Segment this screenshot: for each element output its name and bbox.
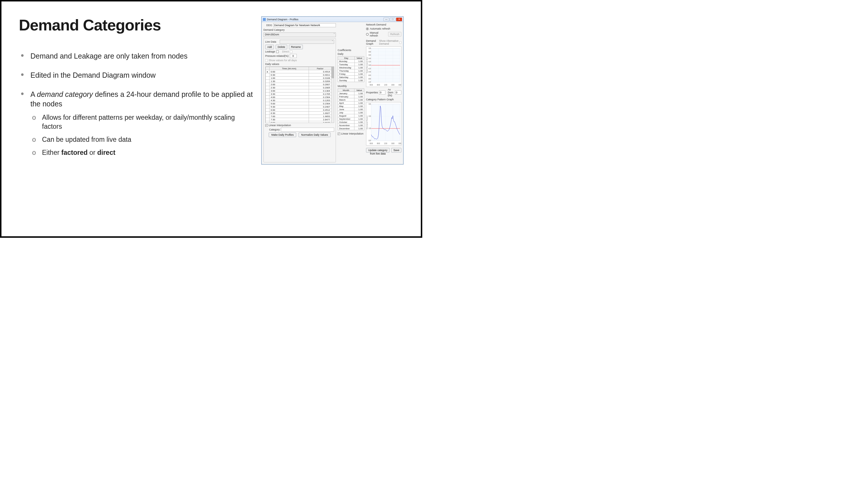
table-row[interactable]: 5:000.1504 (266, 102, 332, 105)
daily-values-thead: Time (hh:mm) Factor (266, 67, 332, 70)
demand-category-combo[interactable]: DMA35Dom (264, 32, 336, 37)
table-row[interactable]: Thursday1.00 (338, 69, 364, 72)
bullet-1-text: Demand and Leakage are only taken from n… (30, 52, 187, 60)
linear-interpolation-right-checkbox[interactable]: ✓Linear Interpolation (338, 132, 364, 135)
properties-input[interactable] (379, 90, 385, 94)
button-row: Add Delete Rename (265, 44, 334, 49)
titlebar[interactable]: Demand Diagram - Profiles — □ ✕ (262, 17, 403, 22)
mc-head-month: Month (338, 89, 354, 92)
dc-head-value: Value (355, 57, 364, 60)
table-row[interactable]: 6:301.0027 (266, 112, 332, 115)
bullet-3-pre: A (30, 90, 37, 98)
svg-text:0.20: 0.20 (368, 61, 371, 63)
properties-label: Properties (366, 91, 378, 94)
sub-bullet-2-text: Can be updated from live data (42, 136, 131, 143)
slide-text-column: Demand Categories Demand and Leakage are… (19, 16, 261, 225)
table-row[interactable]: 8:002.6672 (266, 121, 332, 123)
table-row[interactable]: 7:001.9653 (266, 115, 332, 118)
sub-bullet-3-mid: or (88, 149, 97, 156)
scrollbar-thumb[interactable] (332, 67, 334, 78)
category-input[interactable] (281, 128, 334, 132)
table-row[interactable]: Friday1.00 (338, 72, 364, 76)
add-button[interactable]: Add (265, 44, 274, 49)
pressure-related-input[interactable] (290, 54, 297, 58)
table-row[interactable]: 0:300.4011 (266, 73, 332, 76)
make-daily-profiles-button[interactable]: Make Daily Profiles (269, 132, 296, 137)
table-row[interactable]: 5:300.2407 (266, 105, 332, 109)
table-row[interactable]: 6:000.4512 (266, 109, 332, 112)
show-alternative-demand-checkbox[interactable]: Show Alternative Demand (379, 39, 401, 45)
table-row[interactable]: Wednesday1.00 (338, 66, 364, 69)
show-values-all-days-checkbox[interactable]: Show values for all days (265, 59, 334, 62)
table-row[interactable]: July1.00 (338, 111, 364, 114)
table-row[interactable]: 2:000.2607 (266, 83, 332, 86)
table-row[interactable]: 2:300.2005 (266, 86, 332, 89)
table-row[interactable]: December1.00 (338, 127, 364, 130)
sub-bullet-3-bold-1: factored (61, 149, 88, 156)
ddg-input[interactable] (273, 23, 336, 27)
manual-refresh-radio[interactable]: Manual refresh (366, 31, 387, 37)
linear-interpolation-left-checkbox[interactable]: ✓Linear Interpolation (265, 124, 334, 127)
bullet-3: A demand category defines a 24-hour dema… (19, 90, 256, 157)
table-row[interactable]: February1.00 (338, 95, 364, 98)
table-row[interactable]: 1:300.3209 (266, 80, 332, 83)
table-row[interactable]: January1.00 (338, 92, 364, 95)
automatic-refresh-radio[interactable]: Automatic refresh (366, 27, 401, 30)
monthly-coeff-table[interactable]: Month Value January1.00February1.00March… (338, 88, 364, 130)
daily-coeff-table[interactable]: Day Value Monday1.00Tuesday1.00Wednesday… (338, 56, 364, 82)
leakage-checkbox[interactable]: Leakage (265, 50, 279, 53)
network-demand-label: Network Demand (366, 23, 401, 26)
live-data-combo[interactable] (280, 40, 334, 44)
minimize-button[interactable]: — (383, 18, 389, 21)
table-row[interactable]: April1.00 (338, 101, 364, 105)
table-row[interactable]: June1.00 (338, 108, 364, 111)
refresh-button[interactable]: Refresh (388, 32, 401, 36)
bullet-2-text: Edited in the Demand Diagram window (30, 71, 156, 79)
svg-text:-0.40: -0.40 (368, 71, 371, 73)
sub-bullet-3: Either factored or direct (30, 148, 256, 157)
demand-category-value: DMA35Dom (265, 33, 279, 36)
table-row[interactable]: 1:000.3108 (266, 76, 332, 80)
svg-text:3.00: 3.00 (368, 103, 371, 105)
table-row[interactable]: Saturday1.00 (338, 76, 364, 79)
category-pattern-label: Category Pattern Graph (366, 98, 401, 101)
svg-text:Demand Factor: Demand Factor (367, 115, 368, 129)
rename-button[interactable]: Rename (289, 44, 303, 49)
table-row[interactable]: November1.00 (338, 124, 364, 127)
table-row[interactable]: March1.00 (338, 98, 364, 101)
table-row[interactable]: Monday1.00 (338, 60, 364, 63)
daily-values-table[interactable]: Time (hh:mm) Factor ▸0:000.49140:300.401… (266, 67, 332, 123)
sub-bullet-3-pre: Either (42, 149, 61, 156)
category-pattern-chart: 0.001.002.003.0000:0006:0012:0018:0000:0… (366, 102, 401, 146)
save-button[interactable]: Save (391, 148, 401, 153)
slide-frame: Demand Categories Demand and Leakage are… (0, 0, 422, 238)
table-row: Month Value (338, 89, 364, 92)
table-row: Day Value (338, 57, 364, 60)
table-row[interactable]: Sunday1.00 (338, 79, 364, 82)
left-panel: DDG Demand Category DMA35Dom Live Data A… (264, 23, 336, 162)
table-row[interactable]: ▸0:000.4914 (266, 70, 332, 73)
direct-checkbox[interactable]: Direct (282, 50, 293, 53)
table-row[interactable]: 4:000.1504 (266, 96, 332, 99)
table-row[interactable]: 3:300.1705 (266, 92, 332, 96)
live-data-row: Live Data (265, 40, 334, 44)
table-row[interactable]: Tuesday1.00 (338, 63, 364, 66)
normalize-daily-values-button[interactable]: Normalize Daily Values (299, 132, 331, 137)
properties-row: Properties Av Dem (l/s) (366, 88, 401, 97)
table-row[interactable]: 7:302.8477 (266, 118, 332, 121)
daily-values-scrollbar[interactable] (332, 67, 334, 123)
close-button[interactable]: ✕ (396, 18, 402, 21)
maximize-button[interactable]: □ (390, 18, 396, 21)
delete-button[interactable]: Delete (276, 44, 287, 49)
table-row[interactable]: August1.00 (338, 114, 364, 117)
svg-text:06:00: 06:00 (377, 84, 380, 86)
table-row[interactable]: 4:300.1203 (266, 99, 332, 102)
table-row[interactable]: October1.00 (338, 121, 364, 124)
svg-text:-0.20: -0.20 (368, 67, 371, 69)
svg-text:00:00: 00:00 (399, 142, 401, 144)
table-row[interactable]: 3:000.1304 (266, 89, 332, 92)
table-row[interactable]: September1.00 (338, 117, 364, 121)
av-dem-input[interactable] (395, 90, 401, 94)
table-row[interactable]: May1.00 (338, 105, 364, 108)
update-category-from-live-button[interactable]: Update category from live data (366, 148, 390, 153)
